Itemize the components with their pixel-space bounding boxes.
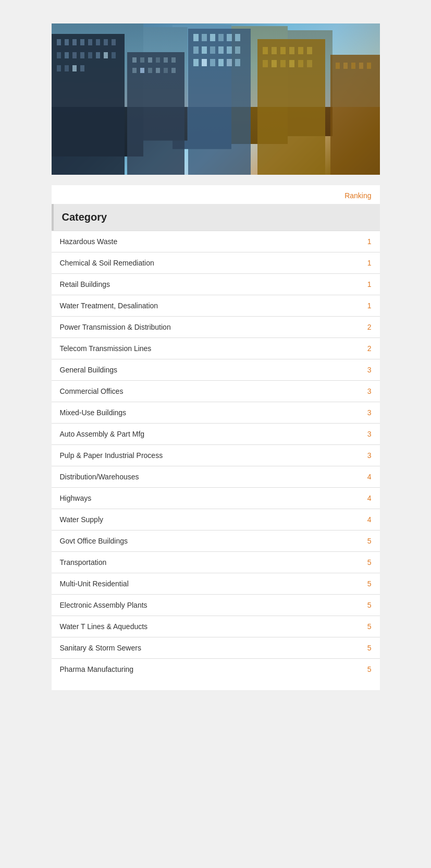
table-row[interactable]: Water T Lines & Aqueducts5 — [52, 616, 380, 637]
table-row[interactable]: Hazardous Waste1 — [52, 231, 380, 252]
svg-rect-31 — [156, 68, 160, 73]
svg-rect-43 — [210, 46, 215, 54]
ranking-header-text: Ranking — [344, 191, 371, 200]
svg-rect-44 — [218, 46, 224, 54]
svg-rect-67 — [336, 63, 340, 69]
row-category-text: Auto Assembly & Part Mfg — [60, 430, 361, 438]
svg-rect-29 — [140, 68, 144, 73]
svg-rect-52 — [235, 59, 240, 66]
row-category-text: Telecom Transmission Lines — [60, 344, 361, 353]
table-row[interactable]: Power Transmission & Distribution2 — [52, 316, 380, 337]
table-row[interactable]: Water Supply4 — [52, 509, 380, 530]
svg-rect-24 — [148, 57, 152, 63]
page-container: Ranking Category Hazardous Waste1Chemica… — [0, 23, 431, 868]
row-ranking-value: 5 — [361, 601, 372, 609]
svg-rect-38 — [218, 34, 224, 41]
table-row[interactable]: Distribution/Warehouses4 — [52, 466, 380, 487]
table-row[interactable]: Pharma Manufacturing5 — [52, 658, 380, 680]
row-category-text: Chemical & Soil Remediation — [60, 259, 361, 267]
row-category-text: Water Treatment, Desalination — [60, 302, 361, 310]
row-ranking-value: 4 — [361, 515, 372, 524]
svg-rect-18 — [96, 52, 100, 58]
svg-rect-60 — [263, 60, 268, 67]
buildings-svg — [52, 23, 380, 175]
table-header: Category — [52, 204, 380, 231]
svg-rect-12 — [80, 65, 84, 71]
table-row[interactable]: General Buildings3 — [52, 359, 380, 380]
row-category-text: Transportation — [60, 558, 361, 566]
row-ranking-value: 2 — [361, 344, 372, 353]
svg-rect-46 — [235, 46, 240, 54]
row-category-text: Power Transmission & Distribution — [60, 323, 361, 331]
row-category-text: Mixed-Use Buildings — [60, 408, 361, 417]
svg-rect-61 — [272, 60, 277, 67]
svg-rect-9 — [57, 65, 61, 71]
row-ranking-value: 5 — [361, 644, 372, 652]
svg-rect-64 — [298, 60, 303, 67]
table-row[interactable]: Electronic Assembly Plants5 — [52, 594, 380, 616]
ranking-label: Ranking — [52, 185, 380, 204]
row-category-text: Water T Lines & Aqueducts — [60, 622, 361, 631]
row-category-text: General Buildings — [60, 366, 361, 374]
svg-rect-59 — [307, 47, 312, 54]
svg-rect-23 — [140, 57, 144, 63]
svg-rect-42 — [202, 46, 207, 54]
svg-rect-51 — [227, 59, 232, 66]
table-row[interactable]: Sanitary & Storm Sewers5 — [52, 637, 380, 658]
svg-rect-15 — [104, 39, 108, 45]
svg-rect-5 — [57, 52, 61, 58]
svg-rect-6 — [65, 52, 69, 58]
row-ranking-value: 3 — [361, 430, 372, 438]
table-row[interactable]: Retail Buildings1 — [52, 273, 380, 295]
table-row[interactable]: Pulp & Paper Industrial Process3 — [52, 444, 380, 466]
table-row[interactable]: Auto Assembly & Part Mfg3 — [52, 423, 380, 444]
row-category-text: Pharma Manufacturing — [60, 665, 361, 673]
table-row[interactable]: Transportation5 — [52, 551, 380, 573]
row-category-text: Multi-Unit Residential — [60, 580, 361, 588]
svg-rect-16 — [112, 39, 116, 45]
svg-rect-53 — [257, 39, 325, 175]
table-row[interactable]: Govt Office Buildings5 — [52, 530, 380, 551]
category-header: Category — [62, 211, 107, 223]
table-row[interactable]: Commercial Offices3 — [52, 380, 380, 402]
table-row[interactable]: Highways4 — [52, 487, 380, 509]
row-category-text: Water Supply — [60, 515, 361, 524]
row-ranking-value: 1 — [361, 237, 372, 246]
row-category-text: Electronic Assembly Plants — [60, 601, 361, 609]
table-row[interactable]: Multi-Unit Residential5 — [52, 573, 380, 594]
svg-rect-69 — [351, 63, 355, 69]
svg-rect-30 — [148, 68, 152, 73]
svg-rect-7 — [72, 52, 77, 58]
table-row[interactable]: Mixed-Use Buildings3 — [52, 402, 380, 423]
svg-rect-48 — [202, 59, 207, 66]
svg-rect-62 — [280, 60, 286, 67]
table-row[interactable]: Water Treatment, Desalination1 — [52, 295, 380, 316]
row-category-text: Highways — [60, 494, 361, 502]
svg-rect-56 — [280, 47, 286, 54]
svg-rect-39 — [227, 34, 232, 41]
svg-rect-37 — [210, 34, 215, 41]
row-ranking-value: 5 — [361, 622, 372, 631]
svg-rect-35 — [193, 34, 199, 41]
table-row[interactable]: Chemical & Soil Remediation1 — [52, 252, 380, 273]
svg-rect-8 — [80, 52, 84, 58]
svg-rect-58 — [298, 47, 303, 54]
svg-rect-70 — [359, 63, 363, 69]
row-ranking-value: 5 — [361, 558, 372, 566]
row-category-text: Pulp & Paper Industrial Process — [60, 451, 361, 460]
row-category-text: Sanitary & Storm Sewers — [60, 644, 361, 652]
svg-rect-20 — [112, 52, 116, 58]
svg-rect-25 — [156, 57, 160, 63]
svg-rect-10 — [65, 65, 69, 71]
table-row[interactable]: Telecom Transmission Lines2 — [52, 337, 380, 359]
row-ranking-value: 1 — [361, 259, 372, 267]
row-ranking-value: 1 — [361, 302, 372, 310]
svg-rect-45 — [227, 46, 232, 54]
svg-rect-1 — [57, 39, 61, 45]
svg-rect-27 — [171, 57, 176, 63]
footer-area — [0, 690, 431, 721]
svg-rect-13 — [88, 39, 92, 45]
table-container: Category Hazardous Waste1Chemical & Soil… — [52, 204, 380, 680]
svg-rect-40 — [235, 34, 240, 41]
hero-image — [52, 23, 380, 175]
